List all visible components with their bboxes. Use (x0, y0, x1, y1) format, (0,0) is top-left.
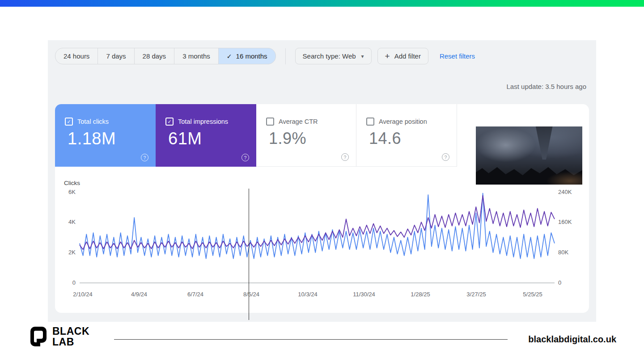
plus-icon: + (385, 51, 390, 61)
x-tick-date: 2/10/24 (61, 291, 104, 298)
x-tick-date: 8/5/24 (230, 291, 273, 298)
metric-value: 61M (168, 129, 202, 148)
right-tick-80k: 80K (558, 249, 583, 256)
time-range-7-days[interactable]: 7 days (97, 48, 134, 64)
time-range-label: 28 days (143, 52, 166, 60)
time-range-28-days[interactable]: 28 days (134, 48, 175, 64)
brand-text: BLACK LAB (52, 326, 89, 347)
time-range-label: 7 days (106, 52, 126, 60)
right-tick-160k: 160K (558, 219, 583, 225)
brand-line-top: BLACK (52, 326, 89, 337)
metric-value: 1.9% (269, 129, 306, 148)
website-url: blacklabdigital.co.uk (528, 334, 616, 345)
metric-value: 1.18M (68, 129, 116, 148)
add-filter-label: Add filter (394, 52, 421, 60)
metric-header: ✓ Total clicks (65, 118, 109, 126)
reset-filters-link[interactable]: Reset filters (440, 52, 475, 60)
check-icon: ✓ (167, 119, 171, 124)
x-tick-date: 5/25/25 (511, 291, 554, 298)
performance-card: ✓ Total clicks 1.18M ? ✓ Total impressio… (55, 104, 589, 313)
left-tick-0: 0 (55, 279, 76, 286)
vertical-annotation-line (249, 189, 249, 320)
right-tick-0: 0 (558, 279, 583, 286)
x-tick-date: 11/30/24 (343, 291, 386, 298)
metric-header: ✓ Total impressions (165, 118, 228, 126)
time-range-label: 3 months (182, 52, 210, 60)
chevron-down-icon: ▾ (361, 53, 364, 59)
left-axis-title: Clicks (64, 180, 80, 186)
help-icon[interactable]: ? (242, 154, 249, 161)
help-icon[interactable]: ? (141, 154, 148, 161)
x-tick-date: 1/28/25 (399, 291, 442, 298)
check-icon: ✓ (227, 53, 232, 60)
footer-divider-line (114, 339, 508, 340)
x-tick-date: 4/9/24 (118, 291, 161, 298)
help-icon[interactable]: ? (442, 153, 449, 161)
left-tick-4k: 4K (55, 219, 76, 225)
help-icon[interactable]: ? (341, 153, 349, 161)
check-icon: ✓ (67, 119, 71, 124)
search-type-label: Search type: Web (303, 52, 356, 60)
checkbox-checked-icon[interactable]: ✓ (65, 118, 73, 126)
brand-line-bottom: LAB (52, 337, 89, 347)
metric-label: Total impressions (178, 118, 228, 125)
metric-label: Total clicks (77, 118, 109, 125)
warm-glow-shape (533, 167, 582, 185)
time-range-label: 24 hours (64, 52, 89, 60)
search-type-dropdown[interactable]: Search type: Web ▾ (295, 48, 372, 64)
metric-total-clicks[interactable]: ✓ Total clicks 1.18M ? (55, 104, 156, 167)
storm-scene-image (476, 126, 582, 185)
metric-value: 14.6 (369, 129, 401, 148)
tornado-funnel-shape (534, 126, 554, 160)
time-range-16-months[interactable]: ✓ 16 months (218, 48, 276, 64)
page: 24 hours 7 days 28 days 3 months ✓ 16 mo… (0, 0, 644, 362)
metric-label: Average CTR (279, 118, 318, 125)
metric-label: Average position (379, 118, 427, 125)
x-tick-date: 3/27/25 (455, 291, 498, 298)
x-tick-date: 10/3/24 (286, 291, 329, 298)
metric-average-position[interactable]: Average position 14.6 ? (356, 104, 457, 167)
top-gradient-bar (0, 0, 644, 7)
checkbox-checked-icon[interactable]: ✓ (165, 118, 174, 126)
black-lab-logo-icon (29, 325, 48, 348)
black-lab-logo: BLACK LAB (29, 325, 89, 348)
last-update-text: Last update: 3.5 hours ago (507, 83, 586, 90)
time-range-group: 24 hours 7 days 28 days 3 months ✓ 16 mo… (55, 48, 276, 64)
left-tick-2k: 2K (55, 249, 76, 256)
x-tick-date: 6/7/24 (174, 291, 217, 298)
metric-total-impressions[interactable]: ✓ Total impressions 61M ? (156, 104, 256, 167)
search-console-panel: 24 hours 7 days 28 days 3 months ✓ 16 mo… (48, 40, 596, 322)
add-filter-button[interactable]: + Add filter (377, 48, 428, 64)
checkbox-unchecked-icon[interactable] (266, 118, 274, 126)
metric-header: Average position (366, 118, 427, 126)
left-tick-6k: 6K (55, 189, 76, 195)
filter-divider (285, 48, 286, 64)
filter-bar: 24 hours 7 days 28 days 3 months ✓ 16 mo… (55, 48, 475, 64)
clicks-impressions-line-chart[interactable] (80, 192, 555, 283)
metric-average-ctr[interactable]: Average CTR 1.9% ? (256, 104, 356, 167)
right-tick-240k: 240K (558, 189, 583, 195)
time-range-24-hours[interactable]: 24 hours (55, 48, 98, 64)
checkbox-unchecked-icon[interactable] (366, 118, 374, 126)
metric-header: Average CTR (266, 118, 318, 126)
time-range-3-months[interactable]: 3 months (174, 48, 219, 64)
time-range-label: 16 months (236, 52, 267, 60)
